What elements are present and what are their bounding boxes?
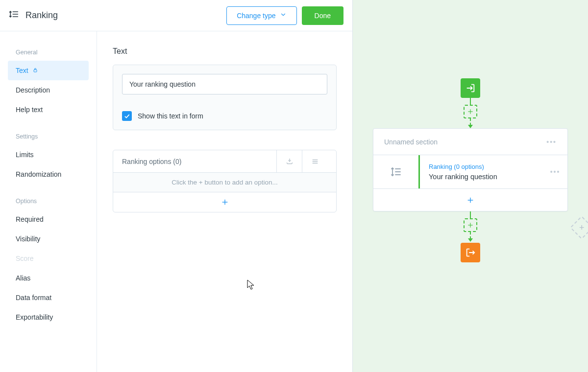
question-text-preview: Your ranking question	[429, 173, 534, 181]
sidebar-item-limits[interactable]: Limits	[0, 145, 97, 164]
done-button[interactable]: Done	[302, 6, 343, 25]
section-card[interactable]: Unnamed section ••• Ranking (0	[373, 128, 568, 211]
section-name: Unnamed section	[384, 138, 438, 146]
cursor-icon	[247, 279, 255, 292]
sidebar-item-visibility[interactable]: Visibility	[0, 229, 97, 249]
flow-insert-before[interactable]	[464, 105, 477, 118]
sidebar-group-options: Options	[0, 194, 97, 209]
sidebar-item-description[interactable]: Description	[0, 80, 97, 100]
arrow-down-icon	[468, 125, 473, 128]
question-menu-button[interactable]: •••	[550, 168, 561, 176]
show-in-form-checkbox[interactable]	[122, 111, 132, 121]
sidebar-item-text[interactable]: Text	[8, 61, 89, 80]
sidebar-item-data-format[interactable]: Data format	[0, 288, 97, 307]
page-title: Ranking	[25, 10, 58, 21]
ranking-options-card: Ranking options (0) Click the + button t…	[113, 150, 337, 212]
section-menu-button[interactable]: •••	[546, 138, 557, 146]
show-in-form-label: Show this text in form	[138, 112, 203, 120]
section-add-question[interactable]	[373, 188, 567, 211]
reorder-options-button[interactable]	[302, 150, 327, 173]
flow-insert-after[interactable]	[464, 218, 477, 232]
import-options-button[interactable]	[276, 150, 302, 173]
change-type-button[interactable]: Change type	[226, 6, 296, 25]
sidebar-item-required[interactable]: Required	[0, 209, 97, 229]
flow-start-node[interactable]	[461, 78, 480, 98]
chevron-down-icon	[280, 11, 287, 20]
flow-canvas[interactable]: Unnamed section ••• Ranking (0	[353, 0, 588, 372]
add-option-button[interactable]	[113, 192, 336, 212]
ranking-icon	[9, 9, 19, 22]
main-panel: Text Show this text in form Ranking op	[97, 31, 352, 372]
question-text-input[interactable]	[122, 74, 327, 94]
sidebar: General Text Description Help text Setti…	[0, 31, 97, 372]
question-type-label: Ranking (0 options)	[429, 163, 534, 170]
text-card: Show this text in form	[113, 65, 337, 130]
lock-icon	[32, 67, 38, 74]
svg-rect-3	[34, 70, 37, 72]
flow-end-node[interactable]	[461, 243, 480, 262]
question-row[interactable]: Ranking (0 options) Your ranking questio…	[373, 155, 567, 188]
sidebar-item-exportability[interactable]: Exportability	[0, 307, 97, 327]
text-section-title: Text	[113, 47, 337, 56]
arrow-down-icon	[468, 238, 473, 242]
sidebar-group-general: General	[0, 45, 97, 61]
ranking-options-header: Ranking options (0)	[122, 158, 181, 165]
editor-header: Ranking Change type Done	[0, 0, 352, 31]
ranking-icon	[373, 155, 418, 188]
sidebar-group-settings: Settings	[0, 129, 97, 145]
sidebar-item-score[interactable]: Score	[0, 249, 97, 268]
options-empty-text: Click the + button to add an option...	[113, 173, 336, 192]
sidebar-item-randomization[interactable]: Randomization	[0, 164, 97, 184]
sidebar-item-help-text[interactable]: Help text	[0, 100, 97, 119]
sidebar-item-alias[interactable]: Alias	[0, 268, 97, 288]
